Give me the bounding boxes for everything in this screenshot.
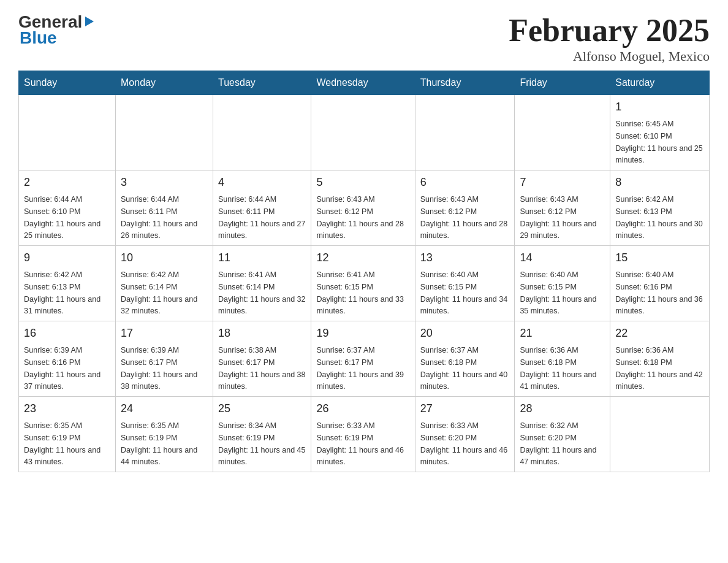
day-number: 27 [420,400,510,417]
week-row-1: 1Sunrise: 6:45 AMSunset: 6:10 PMDaylight… [19,95,710,170]
day-info: Sunrise: 6:34 AMSunset: 6:19 PMDaylight:… [218,421,305,466]
day-info: Sunrise: 6:44 AMSunset: 6:10 PMDaylight:… [24,195,100,240]
day-info: Sunrise: 6:40 AMSunset: 6:16 PMDaylight:… [615,270,702,315]
svg-marker-0 [85,17,94,26]
day-cell: 2Sunrise: 6:44 AMSunset: 6:10 PMDaylight… [19,170,116,246]
day-number: 21 [520,325,605,342]
day-info: Sunrise: 6:45 AMSunset: 6:10 PMDaylight:… [615,120,702,164]
day-cell [116,95,213,170]
day-number: 14 [520,250,605,266]
day-cell: 15Sunrise: 6:40 AMSunset: 6:16 PMDayligh… [610,246,710,321]
day-number: 7 [520,174,605,191]
day-cell [311,95,415,170]
header-saturday: Saturday [610,71,710,95]
day-info: Sunrise: 6:42 AMSunset: 6:14 PMDaylight:… [121,270,197,315]
header-sunday: Sunday [19,71,116,95]
day-cell: 24Sunrise: 6:35 AMSunset: 6:19 PMDayligh… [116,397,213,472]
day-info: Sunrise: 6:33 AMSunset: 6:20 PMDaylight:… [420,421,507,466]
day-cell: 17Sunrise: 6:39 AMSunset: 6:17 PMDayligh… [116,321,213,397]
day-cell: 6Sunrise: 6:43 AMSunset: 6:12 PMDaylight… [415,170,515,246]
day-cell: 21Sunrise: 6:36 AMSunset: 6:18 PMDayligh… [515,321,610,397]
day-cell: 10Sunrise: 6:42 AMSunset: 6:14 PMDayligh… [116,246,213,321]
logo-blue-text: Blue [20,28,57,48]
day-number: 3 [121,174,208,191]
calendar-subtitle: Alfonso Moguel, Mexico [509,48,710,64]
day-cell: 28Sunrise: 6:32 AMSunset: 6:20 PMDayligh… [515,397,610,472]
day-cell: 3Sunrise: 6:44 AMSunset: 6:11 PMDaylight… [116,170,213,246]
day-cell: 14Sunrise: 6:40 AMSunset: 6:15 PMDayligh… [515,246,610,321]
day-info: Sunrise: 6:42 AMSunset: 6:13 PMDaylight:… [24,270,100,315]
week-row-3: 9Sunrise: 6:42 AMSunset: 6:13 PMDaylight… [19,246,710,321]
header-monday: Monday [116,71,213,95]
day-info: Sunrise: 6:33 AMSunset: 6:19 PMDaylight:… [316,421,403,466]
day-info: Sunrise: 6:32 AMSunset: 6:20 PMDaylight:… [520,421,596,466]
logo: General Blue [18,12,95,48]
day-number: 4 [218,174,306,191]
day-number: 12 [316,250,409,266]
day-info: Sunrise: 6:41 AMSunset: 6:15 PMDaylight:… [316,270,403,315]
day-cell [213,95,311,170]
day-cell: 22Sunrise: 6:36 AMSunset: 6:18 PMDayligh… [610,321,710,397]
day-info: Sunrise: 6:39 AMSunset: 6:17 PMDaylight:… [121,346,197,391]
day-info: Sunrise: 6:37 AMSunset: 6:17 PMDaylight:… [316,346,403,391]
day-info: Sunrise: 6:40 AMSunset: 6:15 PMDaylight:… [420,270,507,315]
week-row-4: 16Sunrise: 6:39 AMSunset: 6:16 PMDayligh… [19,321,710,397]
page-header: General Blue February 2025 Alfonso Mogue… [18,12,710,64]
day-number: 6 [420,174,510,191]
day-cell: 23Sunrise: 6:35 AMSunset: 6:19 PMDayligh… [19,397,116,472]
header-friday: Friday [515,71,610,95]
calendar-header-row: SundayMondayTuesdayWednesdayThursdayFrid… [19,71,710,95]
day-cell [19,95,116,170]
day-cell: 26Sunrise: 6:33 AMSunset: 6:19 PMDayligh… [311,397,415,472]
header-tuesday: Tuesday [213,71,311,95]
day-info: Sunrise: 6:41 AMSunset: 6:14 PMDaylight:… [218,270,305,315]
day-number: 19 [316,325,409,342]
day-number: 20 [420,325,510,342]
day-number: 24 [121,400,208,417]
logo-triangle-icon [84,15,95,28]
day-cell: 18Sunrise: 6:38 AMSunset: 6:17 PMDayligh… [213,321,311,397]
day-cell: 8Sunrise: 6:42 AMSunset: 6:13 PMDaylight… [610,170,710,246]
day-cell: 11Sunrise: 6:41 AMSunset: 6:14 PMDayligh… [213,246,311,321]
day-number: 15 [615,250,704,266]
day-info: Sunrise: 6:36 AMSunset: 6:18 PMDaylight:… [615,346,702,391]
day-info: Sunrise: 6:37 AMSunset: 6:18 PMDaylight:… [420,346,507,391]
day-cell [415,95,515,170]
day-cell [610,397,710,472]
day-number: 18 [218,325,306,342]
day-info: Sunrise: 6:44 AMSunset: 6:11 PMDaylight:… [218,195,305,240]
calendar-table: SundayMondayTuesdayWednesdayThursdayFrid… [18,71,710,472]
day-number: 8 [615,174,704,191]
day-cell: 19Sunrise: 6:37 AMSunset: 6:17 PMDayligh… [311,321,415,397]
day-cell: 4Sunrise: 6:44 AMSunset: 6:11 PMDaylight… [213,170,311,246]
day-info: Sunrise: 6:35 AMSunset: 6:19 PMDaylight:… [121,421,197,466]
day-number: 28 [520,400,605,417]
day-number: 9 [24,250,110,266]
day-number: 16 [24,325,110,342]
day-number: 2 [24,174,110,191]
day-info: Sunrise: 6:44 AMSunset: 6:11 PMDaylight:… [121,195,197,240]
day-number: 13 [420,250,510,266]
day-info: Sunrise: 6:43 AMSunset: 6:12 PMDaylight:… [420,195,507,240]
day-info: Sunrise: 6:42 AMSunset: 6:13 PMDaylight:… [615,195,702,240]
day-cell: 20Sunrise: 6:37 AMSunset: 6:18 PMDayligh… [415,321,515,397]
day-number: 22 [615,325,704,342]
day-number: 17 [121,325,208,342]
header-thursday: Thursday [415,71,515,95]
day-info: Sunrise: 6:38 AMSunset: 6:17 PMDaylight:… [218,346,305,391]
day-number: 1 [615,99,704,115]
day-cell: 5Sunrise: 6:43 AMSunset: 6:12 PMDaylight… [311,170,415,246]
day-info: Sunrise: 6:43 AMSunset: 6:12 PMDaylight:… [316,195,403,240]
day-number: 11 [218,250,306,266]
day-info: Sunrise: 6:35 AMSunset: 6:19 PMDaylight:… [24,421,100,466]
title-block: February 2025 Alfonso Moguel, Mexico [509,12,710,64]
day-cell: 9Sunrise: 6:42 AMSunset: 6:13 PMDaylight… [19,246,116,321]
day-number: 10 [121,250,208,266]
day-cell: 27Sunrise: 6:33 AMSunset: 6:20 PMDayligh… [415,397,515,472]
week-row-5: 23Sunrise: 6:35 AMSunset: 6:19 PMDayligh… [19,397,710,472]
day-cell [515,95,610,170]
day-cell: 16Sunrise: 6:39 AMSunset: 6:16 PMDayligh… [19,321,116,397]
day-cell: 1Sunrise: 6:45 AMSunset: 6:10 PMDaylight… [610,95,710,170]
day-cell: 7Sunrise: 6:43 AMSunset: 6:12 PMDaylight… [515,170,610,246]
day-cell: 25Sunrise: 6:34 AMSunset: 6:19 PMDayligh… [213,397,311,472]
